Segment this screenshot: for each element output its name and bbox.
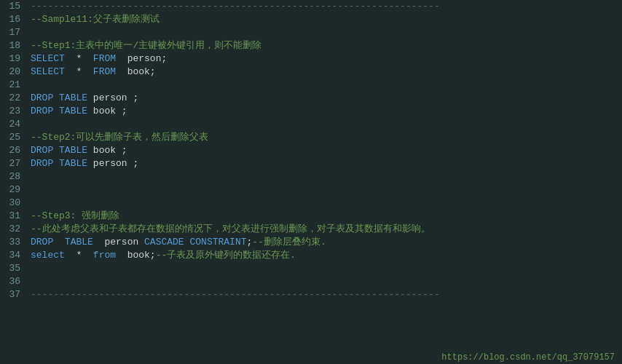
line-content: DROP TABLE book ; <box>28 144 622 157</box>
line-content: --此处考虑父表和子表都存在数据的情况下，对父表进行强制删除，对子表及其数据有和… <box>28 223 622 236</box>
code-line: 22DROP TABLE person ; <box>0 92 622 105</box>
token-kw-blue: select <box>31 250 65 261</box>
line-number: 23 <box>0 105 28 118</box>
code-line: 23DROP TABLE book ; <box>0 105 622 118</box>
bottom-bar: https://blog.csdn.net/qq_37079157 <box>0 351 622 364</box>
token-kw-blue: DROP <box>31 145 53 156</box>
code-line: 34select * from book;--子表及原外键列的数据还存在. <box>0 249 622 262</box>
code-line: 35 <box>0 262 622 275</box>
code-line: 32--此处考虑父表和子表都存在数据的情况下，对父表进行强制删除，对子表及其数据… <box>0 223 622 236</box>
line-number: 25 <box>0 131 28 144</box>
code-line: 19SELECT * FROM person; <box>0 52 622 66</box>
token-kw-blue: DROP <box>31 158 53 169</box>
code-lines: 15--------------------------------------… <box>0 0 622 351</box>
line-content: --Step1:主表中的唯一/主键被外键引用，则不能删除 <box>28 39 622 52</box>
code-line: 15--------------------------------------… <box>0 0 622 13</box>
code-line: 17 <box>0 26 622 39</box>
line-content: --Sample11:父子表删除测试 <box>28 13 622 26</box>
line-number: 32 <box>0 223 28 236</box>
token-kw-comment: --Step1:主表中的唯一/主键被外键引用，则不能删除 <box>31 40 261 51</box>
code-line: 25--Step2:可以先删除子表，然后删除父表 <box>0 131 622 144</box>
line-number: 34 <box>0 249 28 262</box>
token-kw-white: book; <box>116 250 156 261</box>
line-number: 36 <box>0 275 28 288</box>
line-content: DROP TABLE book ; <box>28 105 622 118</box>
token-kw-blue: CONSTRAINT <box>189 237 246 248</box>
line-content <box>28 118 622 131</box>
token-kw-blue: TABLE <box>59 145 87 156</box>
token-kw-blue: TABLE <box>59 158 87 169</box>
line-content <box>28 275 622 288</box>
token-kw-blue: from <box>93 250 116 261</box>
token-kw-blue: FROM <box>93 53 116 64</box>
line-number: 35 <box>0 262 28 275</box>
line-content: select * from book;--子表及原外键列的数据还存在. <box>28 249 622 262</box>
token-kw-blue: DROP <box>31 237 53 248</box>
code-line: 36 <box>0 275 622 288</box>
line-number: 24 <box>0 118 28 131</box>
line-number: 31 <box>0 210 28 223</box>
token-kw-blue: TABLE <box>59 106 87 116</box>
line-content: --Step2:可以先删除子表，然后删除父表 <box>28 131 622 144</box>
line-content: DROP TABLE person ; <box>28 92 622 105</box>
token-kw-white <box>53 92 59 103</box>
line-number: 21 <box>0 79 28 92</box>
line-content: SELECT * FROM person; <box>28 52 622 66</box>
token-kw-white <box>53 106 59 116</box>
line-number: 20 <box>0 66 28 79</box>
line-content: DROP TABLE person ; <box>28 157 622 170</box>
token-kw-blue: SELECT <box>31 53 65 64</box>
code-line: 30 <box>0 197 622 210</box>
token-kw-white: person ; <box>87 158 138 169</box>
token-kw-white: person; <box>116 53 167 64</box>
code-line: 29 <box>0 183 622 197</box>
token-kw-blue: DROP <box>31 92 53 103</box>
blog-link[interactable]: https://blog.csdn.net/qq_37079157 <box>441 352 615 363</box>
code-line: 18--Step1:主表中的唯一/主键被外键引用，则不能删除 <box>0 39 622 52</box>
token-kw-white: book ; <box>87 145 127 156</box>
code-editor: 15--------------------------------------… <box>0 0 622 364</box>
token-kw-comment: --子表及原外键列的数据还存在. <box>156 250 296 261</box>
token-kw-blue: SELECT <box>31 66 65 77</box>
token-kw-blue: FROM <box>93 66 116 77</box>
code-line: 16--Sample11:父子表删除测试 <box>0 13 622 26</box>
line-content: SELECT * FROM book; <box>28 66 622 79</box>
token-kw-white: person ; <box>87 92 138 103</box>
token-kw-comment: --删除层叠约束. <box>252 237 326 248</box>
token-kw-blue: TABLE <box>65 237 93 248</box>
line-number: 33 <box>0 236 28 249</box>
line-number: 30 <box>0 197 28 210</box>
token-kw-white <box>53 145 59 156</box>
line-number: 18 <box>0 39 28 52</box>
line-number: 19 <box>0 52 28 66</box>
line-number: 17 <box>0 26 28 39</box>
token-separator: ----------------------------------------… <box>31 289 440 300</box>
token-kw-white: * <box>65 250 93 261</box>
line-number: 27 <box>0 157 28 170</box>
token-kw-blue: DROP <box>31 106 53 116</box>
line-content <box>28 197 622 210</box>
line-number: 15 <box>0 0 28 13</box>
line-content <box>28 79 622 92</box>
code-line: 21 <box>0 79 622 92</box>
token-kw-white <box>53 237 65 248</box>
token-kw-white <box>53 158 59 169</box>
line-content <box>28 170 622 183</box>
code-line: 20SELECT * FROM book; <box>0 66 622 79</box>
line-content <box>28 262 622 275</box>
token-separator: ----------------------------------------… <box>31 1 440 12</box>
line-number: 37 <box>0 288 28 301</box>
token-kw-blue: CASCADE <box>144 237 184 248</box>
code-line: 28 <box>0 170 622 183</box>
token-kw-comment: --Step2:可以先删除子表，然后删除父表 <box>31 132 208 143</box>
line-content: ----------------------------------------… <box>28 288 622 301</box>
code-line: 26DROP TABLE book ; <box>0 144 622 157</box>
token-kw-white: book ; <box>87 106 127 116</box>
token-kw-white: person <box>93 237 144 248</box>
line-content <box>28 183 622 197</box>
line-content <box>28 26 622 39</box>
token-kw-comment: --Step3: 强制删除 <box>31 210 119 221</box>
code-line: 37--------------------------------------… <box>0 288 622 301</box>
token-kw-blue: TABLE <box>59 92 87 103</box>
line-content: DROP TABLE person CASCADE CONSTRAINT;--删… <box>28 236 622 249</box>
